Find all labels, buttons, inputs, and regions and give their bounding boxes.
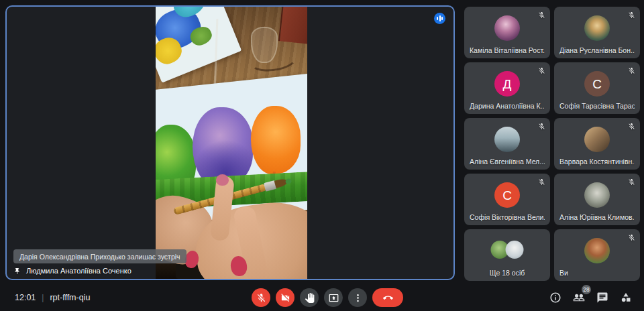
raise-hand-button[interactable] — [300, 288, 319, 307]
participant-name: Дарина Анатоліївна К... — [470, 102, 545, 110]
participants-count-badge: 28 — [582, 285, 591, 294]
participant-tile[interactable]: Каміла Віталіївна Рост... — [464, 7, 550, 58]
participant-name: Діана Русланівна Бон... — [559, 46, 635, 54]
fingertip — [216, 174, 229, 186]
bottom-bar: 12:01 | rpt-fffm-qiu — [0, 284, 644, 311]
call-controls — [252, 288, 403, 307]
avatar — [584, 182, 610, 208]
info-icon — [549, 292, 561, 304]
participants-button[interactable]: 28 — [572, 290, 586, 305]
clock-time: 12:01 — [15, 293, 36, 302]
participant-name: Софія Тарасівна Тарас... — [559, 102, 635, 110]
main-video-feed — [156, 7, 307, 279]
pinned-participant-name: Людмила Анатоліївна Соченко — [26, 267, 131, 275]
chat-button[interactable] — [595, 290, 610, 305]
avatar — [584, 238, 610, 263]
mic-off-icon — [538, 178, 545, 186]
avatar — [584, 15, 610, 41]
avatar — [506, 241, 524, 259]
participant-tile[interactable]: Д Дарина Анатоліївна К... — [464, 62, 550, 114]
mic-toggle-button[interactable] — [252, 288, 270, 307]
meet-app: Дарія Олександрівна Приходько залишає зу… — [0, 0, 644, 311]
activities-icon — [620, 292, 632, 304]
mic-off-icon — [628, 234, 635, 241]
video-red-object — [278, 7, 307, 45]
raise-hand-icon — [305, 293, 315, 303]
camera-off-icon — [280, 293, 290, 303]
participant-name: Варвара Костянтинівн... — [559, 158, 635, 166]
meeting-info: 12:01 | rpt-fffm-qiu — [15, 284, 90, 311]
meeting-details-button[interactable] — [548, 290, 563, 305]
participant-name: Аліна Юріївна Климов... — [559, 213, 635, 221]
meeting-code: rpt-fffm-qiu — [50, 293, 90, 302]
participants-grid: Каміла Віталіївна Рост... Діана Русланів… — [464, 7, 640, 281]
avatar — [494, 15, 520, 41]
paintbrush-paint-tip — [285, 178, 292, 185]
avatar: С — [494, 182, 520, 208]
mic-off-icon — [538, 123, 545, 130]
camera-toggle-button[interactable] — [276, 288, 294, 307]
avatar — [584, 127, 610, 152]
participant-tile[interactable]: Ви — [554, 229, 640, 281]
mic-off-icon — [538, 11, 545, 19]
participant-name: Ви — [559, 269, 568, 277]
present-screen-button[interactable] — [324, 288, 343, 307]
leaving-toast: Дарія Олександрівна Приходько залишає зу… — [13, 249, 186, 263]
activities-button[interactable] — [619, 290, 633, 305]
pinned-name-bar: Людмила Анатоліївна Соченко — [13, 267, 131, 275]
more-options-icon — [353, 293, 363, 303]
video-glass-cup — [251, 27, 278, 63]
pin-icon — [13, 267, 21, 275]
mic-off-icon — [628, 67, 635, 74]
mic-off-icon — [628, 11, 635, 19]
participant-tile[interactable]: Аліна Євгеніївна Мел... — [464, 118, 550, 170]
panel-buttons: 28 — [548, 284, 633, 311]
mic-off-icon — [538, 67, 545, 74]
mic-off-icon — [628, 123, 635, 130]
participant-tile[interactable]: Діана Русланівна Бон... — [554, 7, 640, 58]
participant-tile[interactable]: С Софія Вікторівна Вели... — [464, 174, 550, 225]
end-call-button[interactable] — [372, 288, 403, 307]
overflow-avatars — [491, 241, 524, 259]
audio-level-indicator — [434, 13, 445, 24]
call-end-icon — [383, 293, 393, 303]
participant-name: Каміла Віталіївна Рост... — [470, 46, 545, 54]
avatar: С — [584, 71, 610, 97]
mic-off-icon — [628, 178, 635, 186]
mic-off-icon — [256, 293, 266, 303]
participant-tile[interactable]: Аліна Юріївна Климов... — [554, 174, 640, 225]
avatar — [494, 127, 520, 152]
main-video-tile[interactable]: Дарія Олександрівна Приходько залишає зу… — [5, 5, 455, 280]
present-screen-icon — [329, 293, 339, 303]
more-options-button[interactable] — [348, 288, 367, 307]
participant-name: Аліна Євгеніївна Мел... — [470, 158, 545, 166]
chat-icon — [596, 292, 608, 304]
participant-name: Софія Вікторівна Вели... — [470, 213, 545, 221]
participant-tile[interactable]: Варвара Костянтинівн... — [554, 118, 640, 170]
avatar: Д — [494, 71, 520, 97]
participant-name: Ще 18 осіб — [470, 269, 545, 277]
participant-tile[interactable]: С Софія Тарасівна Тарас... — [554, 62, 640, 114]
participant-tile[interactable]: Ще 18 осіб — [464, 229, 550, 281]
divider: | — [42, 293, 44, 302]
